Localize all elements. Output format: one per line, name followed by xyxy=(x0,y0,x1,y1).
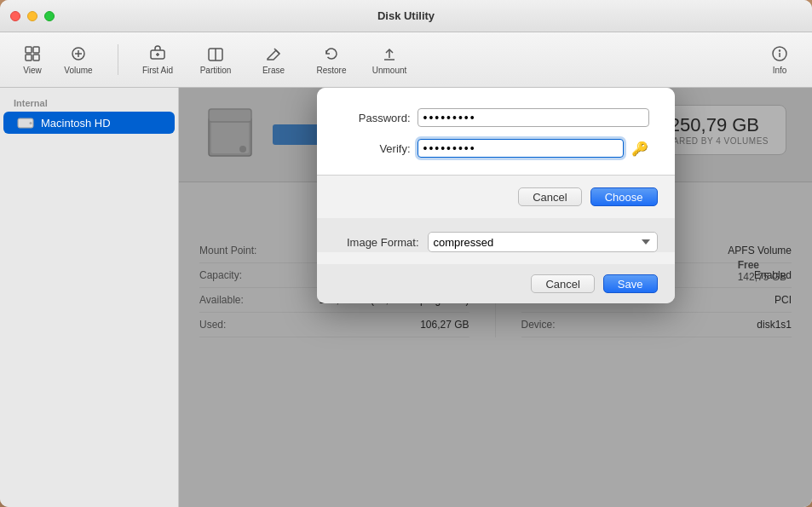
volume-button[interactable]: Volume xyxy=(56,37,101,82)
partition-button[interactable]: Partition xyxy=(193,37,238,82)
svg-rect-3 xyxy=(33,55,39,60)
image-format-label: Image Format: xyxy=(334,236,419,249)
cancel-password-button[interactable]: Cancel xyxy=(518,187,581,206)
password-label: Password: xyxy=(343,112,411,124)
footer-cancel-button[interactable]: Cancel xyxy=(531,274,594,293)
verify-input[interactable] xyxy=(418,139,624,158)
verify-label: Verify: xyxy=(343,142,411,155)
maximize-button[interactable] xyxy=(44,11,55,21)
toolbar-right: Info xyxy=(757,37,802,82)
erase-button[interactable]: Erase xyxy=(251,37,296,82)
info-button[interactable]: Info xyxy=(757,37,802,82)
verify-field-row: Verify: 🔑 xyxy=(343,139,649,158)
modal-overlay: Password: Verify: 🔑 Cancel Choose xyxy=(179,88,812,507)
view-button[interactable]: View xyxy=(10,37,55,82)
key-icon[interactable]: 🔑 xyxy=(631,139,649,158)
traffic-lights xyxy=(10,11,55,21)
svg-point-17 xyxy=(780,50,780,51)
first-aid-button[interactable]: First Aid xyxy=(135,37,180,82)
svg-rect-2 xyxy=(26,55,32,60)
svg-rect-1 xyxy=(33,47,39,53)
image-format-row: Image Format: compressed read/write DVD/… xyxy=(334,232,658,252)
sidebar-section-internal: Internal xyxy=(0,95,178,112)
titlebar: Disk Utility xyxy=(0,0,812,32)
toolbar: View Volume First Aid xyxy=(0,32,812,88)
sidebar-item-macintosh-hd[interactable]: Macintosh HD xyxy=(3,112,175,134)
toolbar-sep-1 xyxy=(118,44,118,75)
choose-button[interactable]: Choose xyxy=(590,187,658,206)
app-window: Disk Utility View Volume xyxy=(0,0,812,507)
window-title: Disk Utility xyxy=(377,9,435,22)
sidebar-item-label: Macintosh HD xyxy=(41,117,111,130)
restore-button[interactable]: Restore xyxy=(309,37,354,82)
modal-lower-section: Image Format: compressed read/write DVD/… xyxy=(317,218,675,252)
detail-area: 250,79 GB SHARED BY 4 VOLUMES Free 142,7… xyxy=(179,88,812,507)
svg-rect-0 xyxy=(26,47,32,53)
password-input[interactable] xyxy=(418,108,649,127)
password-field-row: Password: xyxy=(343,108,649,127)
modal-password-section: Password: Verify: 🔑 xyxy=(317,88,675,176)
view-volume-group: View Volume xyxy=(10,37,101,82)
minimize-button[interactable] xyxy=(27,11,37,21)
svg-point-20 xyxy=(30,122,32,124)
sidebar: Internal Macintosh HD xyxy=(0,88,179,507)
unmount-button[interactable]: Unmount xyxy=(367,37,412,82)
image-format-select[interactable]: compressed read/write DVD/CD master hybr… xyxy=(428,232,658,252)
modal-sheet: Password: Verify: 🔑 Cancel Choose xyxy=(317,88,675,303)
modal-password-actions: Cancel Choose xyxy=(317,176,675,218)
modal-footer-actions: Cancel Save xyxy=(317,264,675,303)
close-button[interactable] xyxy=(10,11,20,21)
save-button[interactable]: Save xyxy=(603,274,658,293)
main-content: Internal Macintosh HD xyxy=(0,88,812,507)
